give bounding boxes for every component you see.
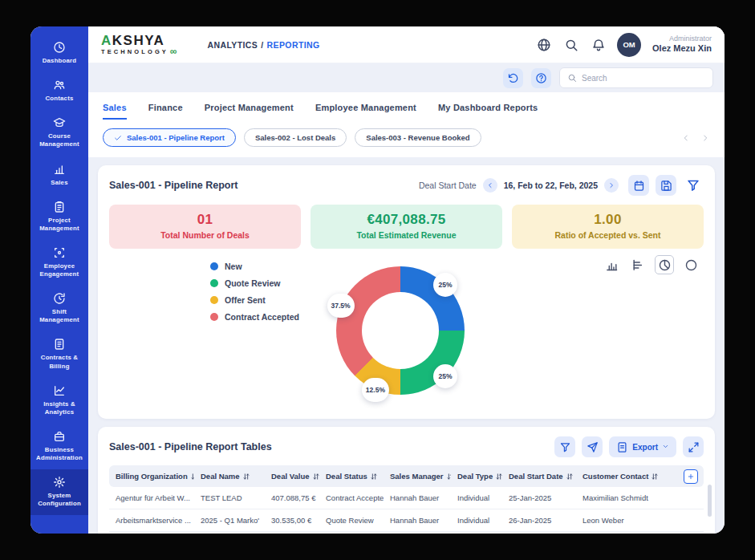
sort-icon[interactable] <box>242 473 250 481</box>
column-header-deal-value[interactable]: Deal Value <box>265 465 319 487</box>
column-header-billing-organization[interactable]: Billing Organization <box>109 465 194 487</box>
report-title: Sales-001 - Pipeline Report <box>109 180 237 191</box>
filter-button[interactable] <box>554 436 575 457</box>
sidebar-item-sales[interactable]: Sales <box>30 156 88 194</box>
sidebar-item-project-management[interactable]: Project Management <box>30 194 88 240</box>
cell-billing-organization: Agentur für Arbeit W... <box>109 487 194 509</box>
cell-customer-contact: Leon Weber <box>576 509 678 531</box>
sort-icon[interactable] <box>495 473 502 481</box>
help-button[interactable] <box>531 68 551 88</box>
bell-button[interactable] <box>591 38 606 52</box>
bar-chart-icon <box>605 258 619 272</box>
sidebar-item-contracts-billing[interactable]: Contracts & Billing <box>30 331 88 377</box>
brand-name: AKSHYA <box>101 34 177 47</box>
tab-finance[interactable]: Finance <box>148 103 183 120</box>
system-configuration-icon <box>53 476 66 489</box>
date-filter-label: Deal Start Date <box>419 181 477 190</box>
filter-button[interactable] <box>683 175 704 196</box>
legend-dot <box>210 279 218 287</box>
slice-label-contract-accepted: 37.5% <box>327 294 355 318</box>
date-prev-button[interactable] <box>483 178 497 193</box>
date-range[interactable]: 16, Feb to 22, Feb, 2025 <box>504 181 598 190</box>
legend-item-contract-accepted[interactable]: Contract Accepted <box>210 312 299 322</box>
hbar-chart-toggle[interactable] <box>628 255 647 274</box>
sidebar-item-insights-analytics[interactable]: Insights & Analytics <box>30 378 88 424</box>
sidebar-item-dashboard[interactable]: Dashboard <box>30 34 88 72</box>
bar-chart-toggle[interactable] <box>602 255 621 274</box>
brand-logo[interactable]: AKSHYA TECHNOLOGY∞ <box>101 34 177 55</box>
save-button[interactable] <box>656 175 676 196</box>
report-chip-sales-003-revenue-booked[interactable]: Sales-003 - Revenue Booked <box>355 128 481 147</box>
sort-icon[interactable] <box>651 473 659 481</box>
save-icon <box>660 180 672 192</box>
user-name: Olez Mezu Xin <box>652 43 712 55</box>
calendar-button[interactable] <box>628 175 649 196</box>
send-button[interactable] <box>582 436 603 457</box>
sort-icon[interactable] <box>370 473 378 481</box>
search-button[interactable] <box>564 38 578 52</box>
breadcrumb-current[interactable]: REPORTING <box>267 40 320 50</box>
export-file-icon <box>616 441 628 453</box>
sort-icon[interactable] <box>566 473 574 481</box>
column-header-deal-name[interactable]: Deal Name <box>194 465 265 487</box>
cell-deal-start-date: 26-Jan-2025 <box>502 509 576 531</box>
user-info: Administrator Olez Mezu Xin <box>652 34 712 55</box>
table-title: Sales-001 - Pipeline Report Tables <box>109 441 272 452</box>
legend-dot <box>210 313 218 321</box>
cell-billing-organization: Arbeitsmarktservice ... <box>109 509 194 531</box>
cell-deal-value: 407.088,75 € <box>265 487 319 509</box>
sidebar-item-business-administration[interactable]: Business Administration <box>30 424 88 469</box>
pie-chart-toggle[interactable] <box>655 255 674 274</box>
sort-icon[interactable] <box>312 473 319 481</box>
avatar[interactable]: OM <box>617 33 641 57</box>
sidebar-item-course-management[interactable]: Course Management <box>30 110 88 156</box>
expand-button[interactable] <box>683 436 704 457</box>
kpi-label: Ratio of Accepted vs. Sent <box>515 230 700 240</box>
chevron-left-icon <box>486 181 494 189</box>
export-button[interactable]: Export <box>609 436 676 457</box>
infinity-icon: ∞ <box>170 49 177 55</box>
donut-chart-toggle[interactable] <box>681 255 700 274</box>
kpi-row: 01 Total Number of Deals €407,088.75 Tot… <box>109 205 704 249</box>
date-next-button[interactable] <box>604 178 619 193</box>
sidebar-item-shift-management[interactable]: Shift Management <box>30 286 88 331</box>
globe-icon <box>537 38 551 52</box>
search-input[interactable] <box>582 74 705 83</box>
search-box[interactable] <box>559 67 713 88</box>
sidebar-item-employee-engagement[interactable]: Employee Engagement <box>30 240 88 286</box>
sidebar-item-system-configuration[interactable]: System Configuration <box>30 469 88 515</box>
globe-button[interactable] <box>537 38 551 52</box>
cell-deal-start-date: 25-Jan-2025 <box>502 487 576 509</box>
column-header-sales-manager[interactable]: Sales Manager <box>384 465 451 487</box>
pipeline-report-card: Sales-001 - Pipeline Report Deal Start D… <box>98 165 715 419</box>
report-header: Sales-001 - Pipeline Report Deal Start D… <box>109 175 704 196</box>
tab-employee-management[interactable]: Employee Management <box>315 103 416 120</box>
refresh-button[interactable] <box>503 68 523 88</box>
column-header-customer-contact[interactable]: Customer Contact <box>576 465 678 487</box>
sidebar-item-contacts[interactable]: Contacts <box>30 72 88 110</box>
slice-label-new: 25% <box>433 273 457 297</box>
legend-item-new[interactable]: New <box>210 262 299 271</box>
course-management-icon <box>53 116 66 129</box>
column-header-deal-type[interactable]: Deal Type <box>451 465 502 487</box>
tab-sales[interactable]: Sales <box>103 103 127 120</box>
column-header-deal-status[interactable]: Deal Status <box>319 465 384 487</box>
table-row[interactable]: Agentur für Arbeit W...TEST LEAD407.088,… <box>109 487 704 509</box>
chips-scroll-left-icon[interactable] <box>681 133 691 143</box>
deals-table: Billing Organization Deal Name Deal Valu… <box>109 465 704 532</box>
tab-my-dashboard-reports[interactable]: My Dashboard Reports <box>438 103 538 120</box>
chips-scroll-right-icon[interactable] <box>700 133 710 143</box>
sales-icon <box>53 163 66 176</box>
report-chip-sales-002-lost-deals[interactable]: Sales-002 - Lost Deals <box>244 128 347 147</box>
table-scrollbar[interactable] <box>708 485 712 517</box>
legend-item-offer-sent[interactable]: Offer Sent <box>210 295 299 305</box>
tab-project-management[interactable]: Project Management <box>205 103 294 120</box>
category-tabs: SalesFinanceProject ManagementEmployee M… <box>103 103 710 120</box>
user-role: Administrator <box>652 34 712 43</box>
table-row[interactable]: Arbeitsmarktservice ...2025 - Q1 Marko'3… <box>109 509 704 532</box>
insights-analytics-icon <box>53 384 66 397</box>
legend-item-quote-review[interactable]: Quote Review <box>210 278 299 288</box>
column-header-deal-start-date[interactable]: Deal Start Date <box>502 465 576 487</box>
add-column-button[interactable] <box>684 469 698 484</box>
report-chip-sales-001-pipeline-report[interactable]: Sales-001 - Pipeline Report <box>103 128 236 147</box>
